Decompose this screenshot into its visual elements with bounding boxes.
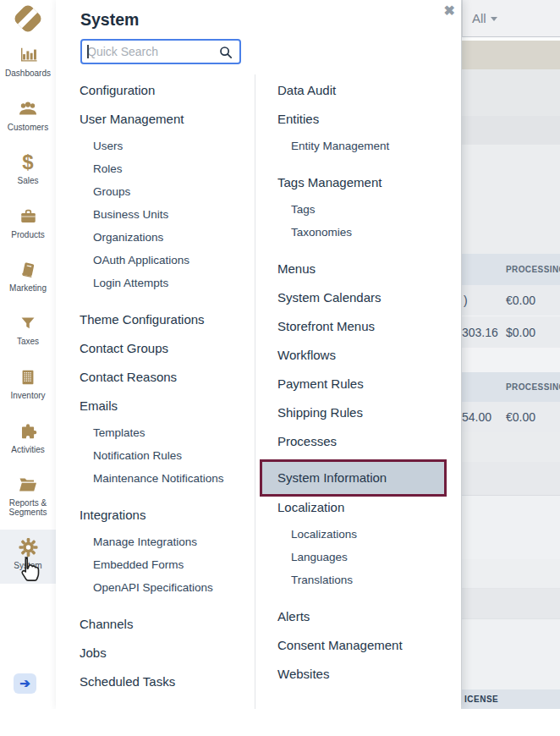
menu-item-websites[interactable]: Websites — [277, 665, 476, 684]
menu-item-roles[interactable]: Roles — [80, 161, 249, 178]
menu-item-login-attempts[interactable]: Login Attempts — [80, 275, 249, 292]
text-caret — [87, 45, 89, 58]
menu-item-scheduled-tasks[interactable]: Scheduled Tasks — [80, 673, 249, 691]
menu-item-business-units[interactable]: Business Units — [80, 206, 249, 223]
table-header-row: ICENSE — [462, 689, 560, 709]
menu-item-manage-integrations[interactable]: Manage Integrations — [80, 534, 249, 551]
building-icon — [19, 368, 37, 387]
search-input[interactable] — [82, 41, 222, 63]
menu-item-embedded-forms[interactable]: Embedded Forms — [80, 557, 249, 574]
search-icon[interactable] — [219, 46, 233, 59]
menu-column-right: Data AuditEntitiesEntity ManagementTags … — [277, 81, 476, 684]
sidebar-item-marketing[interactable]: Marketing — [0, 252, 56, 306]
menu-item-jobs[interactable]: Jobs — [80, 644, 249, 662]
menu-item-entities[interactable]: Entities — [277, 110, 476, 129]
menu-item-channels[interactable]: Channels — [80, 615, 249, 634]
main-sidebar: DashboardsCustomers$SalesProductsMarketi… — [0, 0, 56, 709]
cell-value: €0.00 — [506, 410, 535, 424]
arrow-right-icon: ➔ — [19, 676, 30, 691]
column-header-processing: PROCESSING — [506, 265, 560, 274]
column-header-processing: PROCESSING — [506, 382, 560, 392]
customers-icon — [18, 100, 38, 118]
menu-item-languages[interactable]: Languages — [277, 549, 476, 566]
sidebar-item-label: Dashboards — [5, 69, 51, 78]
band — [462, 348, 560, 372]
menu-item-groups[interactable]: Groups — [80, 184, 249, 200]
menu-item-system-information[interactable]: System Information — [260, 459, 447, 497]
datagrid-filter-bar: All — [462, 0, 560, 37]
menu-item-templates[interactable]: Templates — [80, 425, 249, 442]
menu-item-tags-management[interactable]: Tags Management — [277, 173, 476, 192]
menu-item-notification-rules[interactable]: Notification Rules — [80, 448, 249, 464]
menu-item-entity-management[interactable]: Entity Management — [277, 138, 476, 155]
cell-value: $0.00 — [506, 326, 535, 339]
menu-item-payment-rules[interactable]: Payment Rules — [277, 375, 476, 393]
band — [462, 559, 560, 589]
app-viewport: All PROCESSING ) €0.00 303.16 $0.00 PROC… — [0, 0, 560, 709]
sidebar-item-inventory[interactable]: Inventory — [0, 360, 56, 414]
sidebar-expand-button[interactable]: ➔ — [14, 673, 36, 694]
menu-item-tags[interactable]: Tags — [277, 201, 476, 218]
sidebar-item-sales[interactable]: $Sales — [0, 145, 56, 199]
menu-item-oauth-applications[interactable]: OAuth Applications — [80, 252, 249, 269]
sidebar-item-activities[interactable]: Activities — [0, 414, 56, 468]
menu-item-theme-configurations[interactable]: Theme Configurations — [80, 310, 249, 329]
chevron-down-icon[interactable] — [491, 17, 497, 21]
filter-all-dropdown[interactable]: All — [472, 11, 486, 25]
sidebar-item-products[interactable]: Products — [0, 199, 56, 253]
sidebar-item-label: Reports & Segments — [8, 498, 47, 517]
menu-item-translations[interactable]: Translations — [277, 572, 476, 589]
briefcase-icon — [19, 207, 38, 226]
menu-column-left: ConfigurationUser ManagementUsersRolesGr… — [80, 81, 249, 691]
band — [462, 145, 560, 254]
menu-item-contact-groups[interactable]: Contact Groups — [80, 339, 249, 358]
cursor-hand-icon — [17, 555, 42, 587]
menu-item-localizations[interactable]: Localizations — [277, 526, 476, 543]
sidebar-item-label: Activities — [11, 445, 44, 454]
sidebar-item-label: Sales — [17, 176, 38, 185]
sidebar-item-dashboards[interactable]: Dashboards — [0, 37, 56, 91]
gear-icon — [19, 538, 38, 557]
menu-item-integrations[interactable]: Integrations — [80, 506, 249, 525]
menu-item-emails[interactable]: Emails — [80, 397, 249, 415]
menu-item-consent-management[interactable]: Consent Management — [277, 636, 476, 655]
menu-item-maintenance-notifications[interactable]: Maintenance Notifications — [80, 470, 249, 487]
menu-item-openapi-specifications[interactable]: OpenAPI Specifications — [80, 579, 249, 596]
menu-item-configuration[interactable]: Configuration — [80, 81, 249, 100]
sidebar-item-label: Products — [11, 230, 44, 239]
app-logo[interactable] — [0, 0, 56, 37]
menu-item-system-calendars[interactable]: System Calendars — [277, 288, 476, 307]
sidebar-item-customers[interactable]: Customers — [0, 91, 56, 146]
menu-item-organizations[interactable]: Organizations — [80, 229, 249, 246]
quick-search-box — [80, 39, 241, 64]
band — [462, 462, 560, 496]
menu-item-contact-reasons[interactable]: Contact Reasons — [80, 368, 249, 387]
menu-item-workflows[interactable]: Workflows — [277, 346, 476, 365]
sidebar-item-reports-segments[interactable]: Reports & Segments — [0, 467, 56, 530]
menu-item-shipping-rules[interactable]: Shipping Rules — [277, 404, 476, 422]
menu-item-menus[interactable]: Menus — [277, 260, 476, 278]
band — [462, 116, 560, 145]
folder-icon — [18, 475, 38, 494]
table-row: ) €0.00 — [462, 285, 560, 316]
table-header-row: PROCESSING — [462, 254, 560, 285]
band — [462, 69, 560, 116]
sidebar-item-taxes[interactable]: Taxes — [0, 306, 56, 360]
menu-item-users[interactable]: Users — [80, 138, 249, 155]
table-row: 54.00 €0.00 — [462, 402, 560, 432]
close-icon[interactable]: ✖ — [444, 3, 455, 19]
menu-item-processes[interactable]: Processes — [277, 432, 476, 451]
menu-item-taxonomies[interactable]: Taxonomies — [277, 224, 476, 241]
band — [462, 432, 560, 462]
sidebar-item-label: Customers — [8, 123, 48, 132]
system-menu-panel: System ✖ ConfigurationUser ManagementUse… — [56, 0, 461, 709]
menu-item-data-audit[interactable]: Data Audit — [277, 81, 476, 100]
sidebar-item-label: Marketing — [9, 283, 47, 293]
menu-item-alerts[interactable]: Alerts — [277, 607, 476, 626]
menu-item-storefront-menus[interactable]: Storefront Menus — [277, 317, 476, 336]
menu-item-user-management[interactable]: User Management — [80, 110, 249, 129]
oro-logo-icon — [13, 3, 44, 35]
menu-item-localization[interactable]: Localization — [277, 498, 476, 517]
sidebar-item-label: Inventory — [10, 391, 45, 400]
band-beige — [462, 41, 560, 69]
